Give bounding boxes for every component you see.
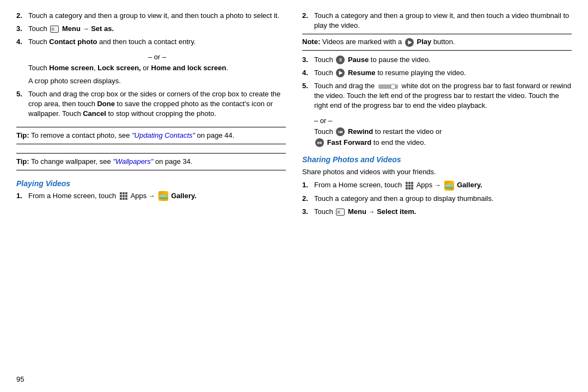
step-text: Touch Menu → Set as.	[28, 24, 286, 34]
step-number: 3.	[16, 24, 25, 34]
step-text: From a Home screen, touch Apps	[314, 180, 572, 191]
left-column: 2. Touch a category and then a group to …	[16, 11, 286, 381]
arrow: →	[149, 192, 155, 200]
step-text: From a Home screen, touch Apps	[28, 191, 286, 201]
svg-rect-13	[408, 185, 411, 187]
sharing-step-3: 3. Touch Menu → Select item.	[302, 207, 572, 217]
page-container: 2. Touch a category and then a group to …	[0, 0, 588, 392]
ff-icon	[315, 138, 324, 147]
svg-rect-3	[120, 195, 122, 197]
step-number: 5.	[302, 81, 311, 111]
right-step-2: 2. Touch a category and then a group to …	[302, 11, 572, 30]
contact-photo-label: Contact photo	[49, 38, 97, 46]
done-label: Done	[97, 100, 115, 108]
gallery-label-2: Gallery.	[457, 181, 482, 189]
step-text: Touch a category and then a group to dis…	[314, 194, 572, 204]
touch-options: Touch Home screen, Lock screen, or Home …	[28, 63, 286, 73]
step-text: Touch a category and then a group to vie…	[28, 11, 286, 21]
menu-icon-2	[336, 209, 345, 216]
right-step-3: 3. Touch Pause to pause the video.	[302, 55, 572, 65]
svg-rect-9	[406, 182, 408, 184]
arrow: →	[83, 25, 89, 33]
svg-rect-8	[125, 198, 127, 200]
resume-icon	[336, 69, 345, 77]
svg-rect-11	[411, 182, 413, 184]
rewind-label: Rewind	[348, 127, 373, 136]
left-step-5: 5. Touch and drag the crop box or the si…	[16, 89, 286, 119]
play-icon	[405, 38, 414, 47]
apps-grid-icon	[119, 192, 128, 200]
step-number: 2.	[302, 194, 311, 204]
step-text: Touch Pause to pause the video.	[314, 55, 572, 65]
sharing-title: Sharing Photos and Videos	[302, 155, 572, 164]
pause-icon	[336, 56, 345, 64]
sharing-step-1: 1. From a Home screen, touch	[302, 180, 572, 191]
menu-icon	[50, 26, 59, 33]
step-number: 2.	[16, 11, 25, 21]
step-text: Touch Resume to resume playing the video…	[314, 68, 572, 78]
gallery-icon	[158, 191, 168, 201]
setas-label: Set as.	[91, 24, 114, 33]
left-step-4: 4. Touch Contact photo and then touch a …	[16, 37, 286, 47]
right-step-5: 5. Touch and drag the white dot on the p…	[302, 81, 572, 111]
playing-step-1: 1. From a Home screen, touch	[16, 191, 286, 201]
step-number: 1.	[16, 191, 25, 201]
apps-grid-icon-2	[405, 181, 414, 190]
playing-videos-title: Playing Videos	[16, 179, 286, 188]
resume-label: Resume	[348, 69, 376, 77]
or-separator-right: – or –	[314, 117, 572, 125]
svg-rect-1	[122, 192, 125, 194]
apps-label: Apps	[131, 192, 147, 200]
svg-rect-14	[411, 185, 413, 187]
lock-screen-label: Lock screen,	[97, 64, 141, 72]
home-lock-label: Home and lock screen	[151, 64, 226, 72]
svg-rect-6	[120, 198, 122, 200]
right-step-4: 4. Touch Resume to resume playing the vi…	[302, 68, 572, 78]
menu-label: Menu	[62, 24, 81, 33]
tip-box-2: Tip: To change wallpaper, see "Wallpaper…	[16, 153, 286, 170]
svg-rect-2	[125, 192, 127, 194]
tip-box-1: Tip: To remove a contact photo, see "Upd…	[16, 127, 286, 144]
sharing-step-2: 2. Touch a category and then a group to …	[302, 194, 572, 204]
tip-label: Tip:	[16, 131, 29, 139]
apps-label-2: Apps	[416, 181, 433, 189]
step-number: 3.	[302, 55, 311, 65]
tip-label-2: Tip:	[16, 157, 29, 166]
step-number: 3.	[302, 207, 311, 217]
home-screen-label: Home screen	[49, 64, 94, 72]
step-text: Touch Contact photo and then touch a con…	[28, 37, 286, 47]
right-column: 2. Touch a category and then a group to …	[302, 11, 572, 381]
or-separator: – or –	[28, 53, 286, 61]
svg-rect-16	[408, 187, 411, 189]
rewind-icon	[336, 127, 345, 136]
gallery-icon-2	[444, 181, 454, 191]
progress-bar-icon	[378, 84, 398, 89]
svg-rect-12	[406, 185, 408, 187]
svg-rect-17	[411, 187, 413, 189]
svg-rect-4	[122, 195, 125, 197]
step-text: Touch a category and then a group to vie…	[314, 11, 572, 30]
ff-text: Fast Forward to end the video.	[314, 138, 572, 148]
gallery-label: Gallery.	[171, 192, 197, 200]
rewind-text: Touch Rewind to restart the video or	[314, 127, 572, 137]
step-text: Touch Menu → Select item.	[314, 207, 572, 217]
ff-label: Fast Forward	[327, 138, 372, 146]
svg-rect-15	[406, 187, 408, 189]
svg-rect-0	[120, 192, 122, 194]
svg-rect-5	[125, 195, 127, 197]
updating-contacts-link: "Updating Contacts"	[132, 131, 195, 139]
step-text: Touch and drag the crop box or the sides…	[28, 89, 286, 119]
cancel-label: Cancel	[83, 109, 106, 118]
svg-rect-7	[122, 198, 125, 200]
play-label: Play	[417, 38, 432, 46]
step-number: 2.	[302, 11, 311, 30]
step-number: 4.	[302, 68, 311, 78]
share-intro: Share photos and videos with your friend…	[302, 167, 572, 177]
step-number: 1.	[302, 180, 311, 191]
left-step-3: 3. Touch Menu → Set as.	[16, 24, 286, 34]
crop-display-text: A crop photo screen displays.	[28, 76, 286, 86]
step-number: 5.	[16, 89, 25, 119]
select-item-label: Select item.	[377, 207, 416, 216]
arrow-2: →	[434, 181, 441, 189]
left-step-2: 2. Touch a category and then a group to …	[16, 11, 286, 21]
